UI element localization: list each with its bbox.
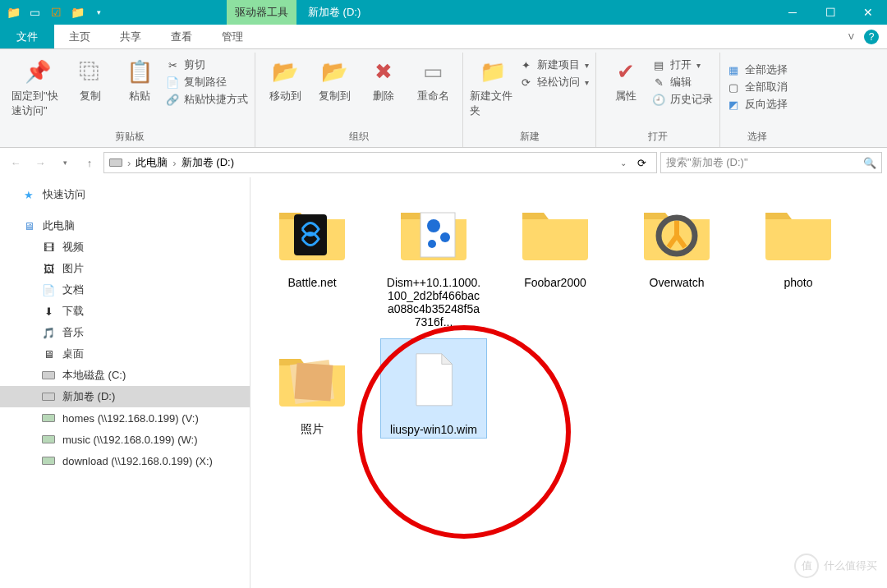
new-label: 新建 [520,128,540,147]
group-organize: 📂 移动到 📂 复制到 ✖ 删除 ▭ 重命名 组织 [255,53,463,147]
folder-item[interactable]: Foobar2000 [502,192,609,330]
group-clipboard: 📌 固定到"快速访问" ⿻ 复制 📋 粘贴 ✂剪切 📄复制路径 🔗粘贴快捷方式 … [5,53,255,147]
breadcrumb-dropdown-icon[interactable]: ⌄ [620,158,627,168]
watermark: 值 什么值得买 [794,554,877,578]
sidebar-local-c[interactable]: 本地磁盘 (C:) [0,365,250,386]
invert-selection-button[interactable]: ◩反向选择 [727,97,788,112]
close-button[interactable]: ✕ [849,0,887,25]
nav-sidebar: ★快速访问 🖥此电脑 🎞视频 🖼图片 📄文档 ⬇下载 🎵音乐 🖥桌面 本地磁盘 … [0,177,250,588]
refresh-button[interactable]: ⟳ [632,157,651,169]
item-label: Overwatch [646,274,708,291]
copy-button[interactable]: ⿻ 复制 [67,57,113,103]
copy-label: 复制 [80,89,101,103]
svg-point-2 [427,219,440,232]
search-input[interactable]: 搜索"新加卷 (D:)" 🔍 [660,152,882,173]
file-item[interactable]: liuspy-win10.wim [380,338,487,439]
paste-button[interactable]: 📋 粘贴 [117,57,163,103]
paste-label: 粘贴 [129,89,150,103]
back-button[interactable]: ← [5,152,26,173]
open-button[interactable]: ▤打开▾ [652,57,713,72]
paste-shortcut-button[interactable]: 🔗粘贴快捷方式 [166,92,248,107]
sidebar-this-pc[interactable]: 🖥此电脑 [0,215,250,237]
folder-icon [393,192,475,274]
paste-icon: 📋 [126,57,154,85]
cut-button[interactable]: ✂剪切 [166,57,248,72]
maximize-button[interactable]: ☐ [811,0,849,25]
window-controls: ─ ☐ ✕ [774,0,887,25]
folder-item[interactable]: photo [745,192,852,330]
up-button[interactable]: ↑ [79,152,100,173]
folder-item[interactable]: Battle.net [259,192,365,330]
open-label: 打开 [648,128,668,147]
tab-home[interactable]: 主页 [54,25,105,48]
pin-to-quick-access-button[interactable]: 📌 固定到"快速访问" [11,57,64,118]
checkbox-icon[interactable]: ☑ [48,4,64,21]
easy-access-button[interactable]: ⟳轻松访问▾ [519,75,589,90]
main-area: ★快速访问 🖥此电脑 🎞视频 🖼图片 📄文档 ⬇下载 🎵音乐 🖥桌面 本地磁盘 … [0,177,887,588]
easy-access-icon: ⟳ [519,76,532,89]
search-icon[interactable]: 🔍 [863,157,876,169]
edit-button[interactable]: ✎编辑 [652,75,713,90]
desktop-icon: 🖥 [41,347,56,361]
video-icon: 🎞 [41,240,56,255]
item-label: Battle.net [284,274,339,291]
qat-dropdown-icon[interactable]: ▾ [90,4,107,21]
organize-label: 组织 [349,128,369,147]
rename-button[interactable]: ▭ 重命名 [410,57,456,103]
help-icon[interactable]: ? [864,30,879,44]
folder-item[interactable]: 照片 [259,338,365,439]
group-open: ✔ 属性 ▤打开▾ ✎编辑 🕘历史记录 打开 [596,53,720,147]
svg-rect-1 [421,213,455,257]
tab-manage[interactable]: 管理 [207,25,258,48]
breadcrumb[interactable]: › 此电脑 › 新加卷 (D:) ⌄ ⟳ [103,152,657,173]
new-item-button[interactable]: ✦新建项目▾ [519,57,589,72]
svg-rect-7 [295,363,333,402]
sidebar-net-download[interactable]: download (\\192.168.0.199) (X:) [0,450,250,471]
tab-file[interactable]: 文件 [0,25,54,48]
explorer-icon[interactable]: 📁 [69,4,85,21]
content-pane[interactable]: Battle.netDism++10.1.1000.100_2d2bf466ba… [250,177,887,588]
sidebar-quick-access[interactable]: ★快速访问 [0,184,250,205]
select-all-button[interactable]: ▦全部选择 [727,62,788,77]
properties-button[interactable]: ✔ 属性 [603,57,649,103]
recent-dropdown[interactable]: ▾ [54,152,76,173]
select-none-button[interactable]: ▢全部取消 [727,80,788,94]
cut-icon: ✂ [166,58,179,71]
folder-icon[interactable]: 📁 [5,4,21,21]
sidebar-desktop[interactable]: 🖥桌面 [0,343,250,365]
forward-button[interactable]: → [30,152,51,173]
tab-view[interactable]: 查看 [156,25,207,48]
copy-path-icon: 📄 [166,76,179,89]
delete-button[interactable]: ✖ 删除 [361,57,407,103]
sidebar-net-music[interactable]: music (\\192.168.0.199) (W:) [0,429,250,450]
sidebar-videos[interactable]: 🎞视频 [0,237,250,258]
drive-icon[interactable]: ▭ [26,4,43,21]
sidebar-volume-d[interactable]: 新加卷 (D:) [0,386,250,407]
minimize-button[interactable]: ─ [774,0,811,25]
sidebar-documents[interactable]: 📄文档 [0,279,250,301]
ribbon-tabs: 文件 主页 共享 查看 管理 ᐯ ? [0,25,887,49]
copy-path-button[interactable]: 📄复制路径 [166,75,248,90]
folder-icon [514,192,596,274]
history-button[interactable]: 🕘历史记录 [652,92,713,107]
new-folder-button[interactable]: 📁 新建文件夹 [470,57,516,118]
tab-share[interactable]: 共享 [105,25,156,48]
folder-item[interactable]: Overwatch [623,192,730,330]
sidebar-pictures[interactable]: 🖼图片 [0,258,250,279]
collapse-ribbon-icon[interactable]: ᐯ [848,32,854,41]
pictures-icon: 🖼 [41,261,56,276]
folder-icon [271,338,353,420]
copy-to-button[interactable]: 📂 复制到 [311,57,357,103]
sidebar-music[interactable]: 🎵音乐 [0,322,250,343]
move-to-button[interactable]: 📂 移动到 [262,57,308,103]
folder-item[interactable]: Dism++10.1.1000.100_2d2bf466baca088c4b35… [380,192,487,330]
sidebar-net-homes[interactable]: homes (\\192.168.0.199) (V:) [0,407,250,429]
window-title: 新加卷 (D:) [308,5,361,20]
music-icon: 🎵 [41,325,56,340]
breadcrumb-location[interactable]: 新加卷 (D:) [182,155,234,170]
breadcrumb-this-pc[interactable]: 此电脑 [136,155,168,170]
contextual-tab-label: 驱动器工具 [227,0,296,25]
select-none-icon: ▢ [727,80,740,94]
watermark-icon: 值 [794,554,819,578]
sidebar-downloads[interactable]: ⬇下载 [0,301,250,322]
